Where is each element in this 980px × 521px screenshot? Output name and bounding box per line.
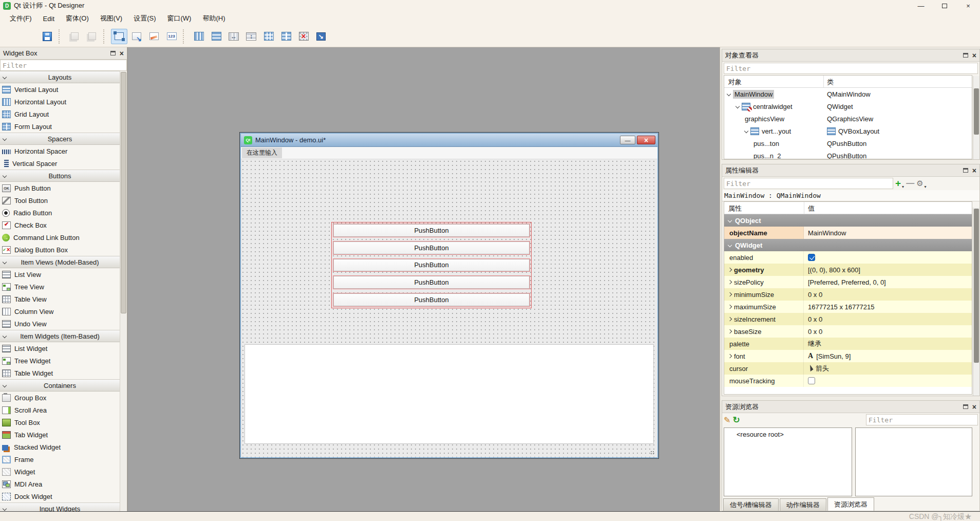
close-panel-icon[interactable]: × xyxy=(972,168,976,173)
toolbar-break-layout-button[interactable] xyxy=(295,29,312,44)
property-row-font[interactable]: fontA[SimSun, 9] xyxy=(724,350,972,362)
form-titlebar[interactable]: Qt MainWindow - demo.ui* — × xyxy=(241,134,657,147)
widget-item-column-view[interactable]: Column View xyxy=(0,305,120,318)
toolbar-edit-taborder-button[interactable] xyxy=(163,29,180,44)
widget-item-scroll-area[interactable]: Scroll Area xyxy=(0,404,120,416)
property-value-cell[interactable]: A[SimSun, 9] xyxy=(804,350,972,362)
widget-item-horizontal-spacer[interactable]: Horizontal Spacer xyxy=(0,145,120,157)
minimize-button[interactable]: — xyxy=(909,0,933,11)
category-spacers[interactable]: Spacers xyxy=(0,133,120,145)
close-panel-icon[interactable]: × xyxy=(972,404,976,410)
property-row-minimumsize[interactable]: minimumSize0 x 0 xyxy=(724,288,972,301)
dock-tab-item[interactable]: 信号/槽编辑器 xyxy=(723,498,779,511)
widget-item-form-layout[interactable]: Form Layout xyxy=(0,120,120,133)
object-inspector-filter-input[interactable] xyxy=(724,63,978,74)
widget-item-radio-button[interactable]: Radio Button xyxy=(0,207,120,219)
close-button[interactable]: × xyxy=(956,0,980,11)
form-canvas[interactable]: PushButtonPushButtonPushButtonPushButton… xyxy=(241,159,657,457)
add-property-button[interactable]: + xyxy=(895,180,901,187)
menu-f[interactable]: 文件(F) xyxy=(4,12,37,25)
property-row-mousetracking[interactable]: mouseTracking xyxy=(724,375,972,387)
toolbar-new-file-button[interactable] xyxy=(4,29,21,44)
toolbar-edit-buddies-button[interactable] xyxy=(146,29,162,44)
expand-icon[interactable] xyxy=(728,268,732,272)
widget-item-tool-box[interactable]: Tool Box xyxy=(0,416,120,429)
property-value-cell[interactable]: 箭头 xyxy=(804,362,972,375)
graphics-view[interactable] xyxy=(244,344,654,444)
reload-resources-icon[interactable]: ↻ xyxy=(732,415,740,425)
toolbar-edit-widgets-button[interactable] xyxy=(111,29,127,44)
toolbar-open-file-button[interactable] xyxy=(22,29,38,44)
toolbar-split-h-button[interactable] xyxy=(225,29,242,44)
toolbar-layout-horizontal-button[interactable] xyxy=(191,29,207,44)
widget-box-scrollbar[interactable] xyxy=(120,71,127,511)
property-value-cell[interactable]: 16777215 x 16777215 xyxy=(804,301,972,313)
widget-item-dock-widget[interactable]: Dock Widget xyxy=(0,490,120,503)
expand-icon[interactable] xyxy=(744,129,748,133)
widget-item-dialog-button-box[interactable]: Dialog Button Box xyxy=(0,244,120,256)
property-group-qobject[interactable]: QObject xyxy=(724,214,972,227)
dock-tab-item[interactable]: 动作编辑器 xyxy=(780,498,826,511)
property-row-sizeincrement[interactable]: sizeIncrement0 x 0 xyxy=(724,313,972,325)
widget-item-table-widget[interactable]: Table Widget xyxy=(0,367,120,379)
maximize-button[interactable] xyxy=(933,0,956,11)
configure-property-editor-button[interactable]: ⚙ xyxy=(916,179,923,188)
toolbar-copy-button[interactable] xyxy=(66,29,83,44)
widget-item-grid-layout[interactable]: Grid Layout xyxy=(0,108,120,120)
widget-item-vertical-layout[interactable]: Vertical Layout xyxy=(0,83,120,96)
close-panel-icon[interactable]: × xyxy=(120,51,124,56)
toolbar-paste-button[interactable] xyxy=(84,29,100,44)
dock-tab-item[interactable]: 资源浏览器 xyxy=(827,497,874,511)
widget-item-vertical-spacer[interactable]: Vertical Spacer xyxy=(0,157,120,170)
checkbox-unchecked-icon[interactable] xyxy=(808,377,815,384)
widget-item-horizontal-layout[interactable]: Horizontal Layout xyxy=(0,96,120,108)
property-value-cell[interactable]: [Preferred, Preferred, 0, 0] xyxy=(804,276,972,288)
expand-icon[interactable] xyxy=(728,243,732,247)
property-row-geometry[interactable]: geometry[(0, 0), 800 x 600] xyxy=(724,264,972,276)
toolbar-adjust-size-button[interactable] xyxy=(313,29,329,44)
expand-icon[interactable] xyxy=(727,92,731,96)
widget-item-frame[interactable]: Frame xyxy=(0,453,120,466)
widget-item-command-link-button[interactable]: Command Link Button xyxy=(0,231,120,244)
widget-item-group-box[interactable]: Group Box xyxy=(0,392,120,404)
expand-icon[interactable] xyxy=(728,292,732,296)
widget-item-table-view[interactable]: Table View xyxy=(0,293,120,305)
category-layouts[interactable]: Layouts xyxy=(0,71,120,83)
expand-icon[interactable] xyxy=(728,280,732,284)
toolbar-save-button[interactable] xyxy=(39,29,55,44)
property-row-palette[interactable]: palette继承 xyxy=(724,338,972,350)
widget-item-check-box[interactable]: Check Box xyxy=(0,219,120,231)
resource-root-item[interactable]: <resource root> xyxy=(737,431,784,438)
category-buttons[interactable]: Buttons xyxy=(0,170,120,182)
property-value-cell[interactable] xyxy=(804,251,972,264)
property-row-cursor[interactable]: cursor箭头 xyxy=(724,362,972,375)
object-row-graphicsview[interactable]: graphicsViewQGraphicsView xyxy=(724,113,972,125)
form-resize-grip[interactable] xyxy=(650,451,655,455)
form-window[interactable]: Qt MainWindow - demo.ui* — × 在这里输入 PushB… xyxy=(240,133,658,458)
edit-resources-icon[interactable]: ✎ xyxy=(724,415,730,425)
expand-icon[interactable] xyxy=(736,104,740,108)
float-panel-icon[interactable] xyxy=(110,51,116,55)
property-row-basesize[interactable]: baseSize0 x 0 xyxy=(724,325,972,338)
expand-icon[interactable] xyxy=(728,218,732,222)
widget-box-filter-input[interactable] xyxy=(0,60,127,71)
property-value-cell[interactable]: 0 x 0 xyxy=(804,325,972,338)
menu-s[interactable]: 设置(S) xyxy=(128,12,161,25)
property-value-cell[interactable]: 继承 xyxy=(804,338,972,350)
property-row-sizepolicy[interactable]: sizePolicy[Preferred, Preferred, 0, 0] xyxy=(724,276,972,288)
widget-item-push-button[interactable]: Push Button xyxy=(0,182,120,194)
pushbutton-4[interactable]: PushButton xyxy=(333,293,530,306)
float-panel-icon[interactable] xyxy=(963,404,968,409)
form-minimize-button[interactable]: — xyxy=(620,136,635,144)
widget-item-widget[interactable]: Widget xyxy=(0,466,120,478)
property-group-qwidget[interactable]: QWidget xyxy=(724,239,972,251)
menu-v[interactable]: 视图(V) xyxy=(95,12,128,25)
category-item-views-model-based[interactable]: Item Views (Model-Based) xyxy=(0,256,120,268)
form-close-button[interactable]: × xyxy=(637,136,655,144)
widget-item-tree-view[interactable]: Tree View xyxy=(0,281,120,293)
property-value-cell[interactable]: [(0, 0), 800 x 600] xyxy=(804,264,972,276)
menu-w[interactable]: 窗口(W) xyxy=(161,12,197,25)
menu-h[interactable]: 帮助(H) xyxy=(197,12,231,25)
object-row-centralwidget[interactable]: centralwidgetQWidget xyxy=(724,100,972,113)
menu-o[interactable]: 窗体(O) xyxy=(60,12,95,25)
